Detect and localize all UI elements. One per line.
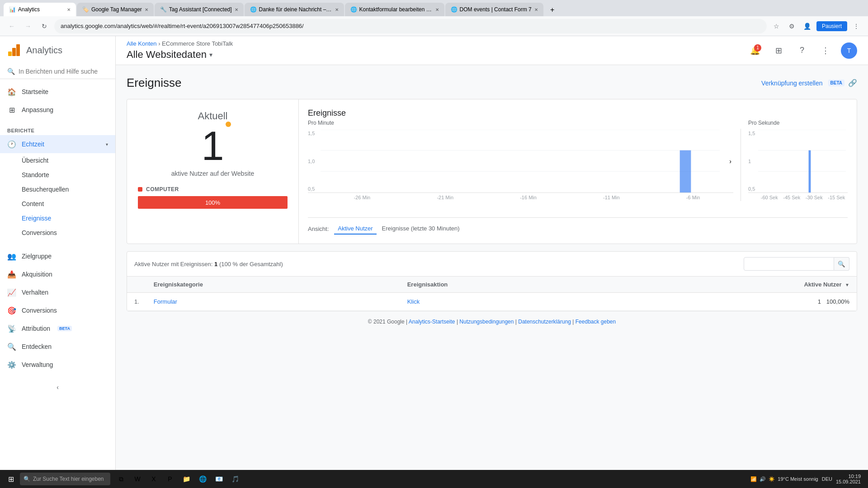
- weather-text: 19°C Meist sonnig: [778, 476, 818, 482]
- tab-ereignisse-30[interactable]: Ereignisse (letzte 30 Minuten): [378, 223, 463, 235]
- settings-icon[interactable]: ⋮: [850, 20, 863, 33]
- extension-icon[interactable]: ⚙: [786, 20, 798, 33]
- row-kategorie: Formular: [146, 293, 400, 311]
- table-search-input[interactable]: [744, 257, 834, 271]
- sidebar-item-verwaltung[interactable]: ⚙️ Verwaltung: [0, 356, 115, 374]
- network-icon[interactable]: 📶: [750, 476, 757, 482]
- y-label-0.5-minute: 0,5: [308, 186, 315, 192]
- akquisition-icon: 📥: [7, 270, 16, 279]
- sidebar-item-conversions-main[interactable]: 🎯 Conversions: [0, 301, 115, 319]
- footer-link-feedback[interactable]: Feedback geben: [576, 319, 616, 325]
- forward-button[interactable]: →: [22, 20, 34, 33]
- svg-rect-2: [16, 44, 20, 56]
- tab-tag-assistant[interactable]: 🔧 Tag Assistant [Connected] ✕: [155, 3, 244, 16]
- realtime-section: Aktuell 1 aktive Nutzer auf der Website …: [127, 99, 857, 244]
- tab-kontakt[interactable]: 🌐 Kontaktformular bearbeiten ‹ M... ✕: [345, 3, 444, 16]
- y-label-1.5-second: 1,5: [748, 131, 755, 136]
- bookmark-icon[interactable]: ☆: [770, 20, 783, 33]
- chevron-down-icon: ▾: [106, 142, 108, 147]
- help-button[interactable]: ?: [794, 42, 810, 59]
- tab-dom-events[interactable]: 🌐 DOM events | Contact Form 7 ✕: [445, 3, 543, 16]
- sidebar-item-echtzeit[interactable]: 🕐 Echtzeit ▾: [0, 135, 115, 153]
- apps-button[interactable]: ⊞: [770, 42, 787, 59]
- tab-danke-close[interactable]: ✕: [335, 7, 339, 12]
- col-aktion-label: Ereignisaktion: [407, 281, 448, 288]
- taskbar-task-view[interactable]: ⧉: [114, 472, 128, 486]
- minute-x-labels: -26 Min -21 Min -16 Min -11 Min -6 Min: [308, 195, 733, 200]
- tab-gtm-close[interactable]: ✕: [145, 7, 148, 12]
- taskbar-chrome-icon[interactable]: 🌐: [195, 472, 210, 486]
- conversions-main-label: Conversions: [22, 307, 57, 314]
- back-button[interactable]: ←: [5, 20, 18, 33]
- taskbar-app5-icon[interactable]: 📁: [179, 472, 193, 486]
- verhalten-label: Verhalten: [22, 289, 48, 296]
- standorte-label: Standorte: [22, 171, 49, 178]
- sidebar-item-verhalten[interactable]: 📈 Verhalten: [0, 283, 115, 301]
- table-section: Aktive Nutzer mit Ereignissen: 1 (100 % …: [127, 251, 857, 311]
- start-button[interactable]: ⊞: [4, 472, 18, 486]
- tab-kontakt-close[interactable]: ✕: [435, 7, 439, 12]
- sidebar-collapse-button[interactable]: ‹: [52, 381, 64, 394]
- home-icon: 🏠: [7, 87, 16, 96]
- sidebar-item-attribution[interactable]: 📡 Attribution BETA: [0, 319, 115, 338]
- tab-analytics[interactable]: 📊 Analytics ✕: [4, 3, 76, 16]
- taskbar-misc2-icon[interactable]: 🎵: [228, 472, 242, 486]
- sidebar-item-conversions[interactable]: Conversions: [0, 225, 115, 240]
- taskbar-misc1-icon[interactable]: 📧: [212, 472, 226, 486]
- expand-chart-button[interactable]: ›: [729, 158, 731, 165]
- breadcrumb-all-accounts[interactable]: Alle Konten: [127, 40, 157, 47]
- new-tab-button[interactable]: +: [546, 4, 559, 16]
- tab-dom-events-close[interactable]: ✕: [534, 7, 538, 12]
- nav-section-main: 🏠 Startseite ⊞ Anpassung: [0, 79, 115, 122]
- taskbar-search[interactable]: 🔍 Zur Suche Text hier eingeben: [20, 473, 110, 485]
- table-row: 1. Formular Klick 1 100,00%: [127, 293, 857, 311]
- volume-icon[interactable]: 🔊: [760, 476, 766, 482]
- taskbar-powerpoint-icon[interactable]: P: [163, 472, 177, 486]
- echtzeit-label: Echtzeit: [22, 141, 44, 148]
- tab-analytics-close[interactable]: ✕: [67, 7, 71, 12]
- taskbar-excel-icon[interactable]: X: [146, 472, 161, 486]
- tab-tag-assistant-close[interactable]: ✕: [235, 7, 238, 12]
- tab-danke[interactable]: 🌐 Danke für deine Nachricht – Me... ✕: [245, 3, 344, 16]
- sidebar-item-ubersicht[interactable]: Übersicht: [0, 153, 115, 168]
- avatar[interactable]: T: [841, 42, 857, 59]
- address-text: analytics.google.com/analytics/web/#/rea…: [61, 23, 304, 29]
- footer-link-analytics[interactable]: Analytics-Startseite: [409, 319, 455, 325]
- pausiert-button[interactable]: Pausiert: [816, 21, 847, 31]
- tab-ereignisse-30-label: Ereignisse (letzte 30 Minuten): [382, 225, 460, 232]
- tab-active-users[interactable]: Aktive Nutzer: [334, 223, 376, 235]
- data-table: Ereigniskategorie Ereignisaktion Aktive …: [127, 277, 857, 311]
- berichte-label: BERICHTE: [0, 126, 115, 135]
- search-input[interactable]: [19, 68, 108, 75]
- reload-button[interactable]: ↻: [38, 20, 51, 33]
- x-label-16min: -16 Min: [520, 195, 537, 200]
- sidebar-item-content[interactable]: Content: [0, 197, 115, 211]
- sidebar-item-startseite[interactable]: 🏠 Startseite: [0, 83, 115, 101]
- property-selector[interactable]: Alle Websitedaten ▾: [127, 49, 740, 61]
- more-button[interactable]: ⋮: [817, 42, 834, 59]
- tab-gtm-label: Google Tag Manager: [91, 6, 142, 13]
- sidebar-item-akquisition[interactable]: 📥 Akquisition: [0, 265, 115, 283]
- taskbar-word-icon[interactable]: W: [130, 472, 145, 486]
- kategorie-link[interactable]: Formular: [154, 298, 177, 305]
- table-search-button[interactable]: 🔍: [834, 257, 849, 271]
- chart-divider: [741, 129, 741, 201]
- sidebar-item-standorte[interactable]: Standorte: [0, 168, 115, 182]
- aktion-link[interactable]: Klick: [407, 298, 420, 305]
- sidebar-item-entdecken[interactable]: 🔍 Entdecken: [0, 338, 115, 356]
- footer-link-nutzung[interactable]: Nutzungsbedingungen: [459, 319, 514, 325]
- sidebar-item-besucherquellen[interactable]: Besucherquellen: [0, 182, 115, 197]
- footer-copyright: © 2021 Google: [368, 319, 405, 325]
- address-bar[interactable]: analytics.google.com/analytics/web/#/rea…: [54, 19, 767, 33]
- device-section: COMPUTER 100%: [138, 186, 288, 209]
- footer-link-datenschutz[interactable]: Datenschutzerklärung: [518, 319, 571, 325]
- time-display: 10:19 15.09.2021: [836, 474, 861, 484]
- dom-events-favicon: 🌐: [451, 6, 457, 13]
- create-link-button[interactable]: Verknüpfung erstellen: [761, 80, 822, 87]
- tab-gtm[interactable]: 🏷️ Google Tag Manager ✕: [77, 3, 154, 16]
- sidebar-item-zielgruppe[interactable]: 👥 Zielgruppe: [0, 247, 115, 265]
- profile-icon[interactable]: 👤: [801, 20, 814, 33]
- sidebar-item-anpassung[interactable]: ⊞ Anpassung: [0, 101, 115, 119]
- notification-button[interactable]: 🔔 1: [747, 42, 763, 59]
- sidebar-item-ereignisse[interactable]: Ereignisse: [0, 211, 115, 225]
